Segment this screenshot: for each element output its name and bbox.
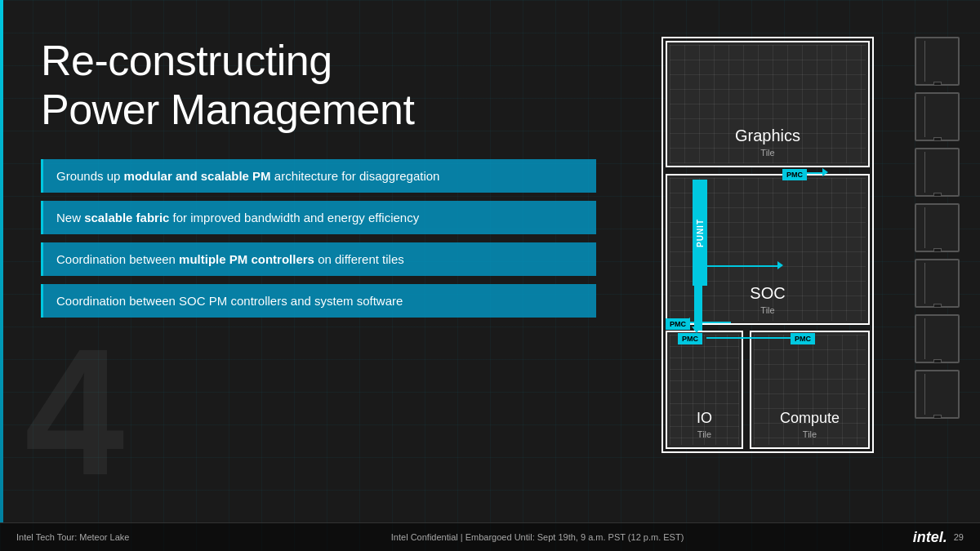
io-tile-sublabel: Tile — [667, 429, 742, 439]
title-section: Re-constructing Power Management — [41, 37, 596, 135]
graphics-tile-label: Graphics — [667, 127, 868, 145]
compute-tile-label: Compute — [751, 410, 868, 427]
connector-h2 — [706, 265, 780, 267]
connector-h4 — [706, 337, 792, 339]
memory-module-7 — [915, 370, 960, 419]
slide-title: Re-constructing Power Management — [41, 37, 596, 135]
pmc-badge-graphics: PMC — [782, 169, 807, 180]
bullet-1: Grounds up modular and scalable PM archi… — [41, 159, 596, 193]
memory-module-3 — [915, 148, 960, 197]
graphics-tile-sublabel: Tile — [667, 148, 868, 158]
bullet-4: Coordination between SOC PM controllers … — [41, 284, 596, 318]
pmc-badge-io: PMC — [678, 333, 702, 344]
arrow-down-1 — [692, 327, 702, 333]
bullets-section: Grounds up modular and scalable PM archi… — [41, 159, 596, 326]
arrow-right-1 — [822, 168, 828, 176]
memory-module-2 — [915, 92, 960, 141]
punit-bar: PUNIT — [693, 180, 707, 286]
memory-module-4 — [915, 203, 960, 252]
compute-tile-sublabel: Tile — [751, 429, 868, 439]
pmc-badge-soc-left: PMC — [666, 318, 690, 330]
memory-modules — [911, 37, 964, 445]
slide-container: Re-constructing Power Management 4 Groun… — [0, 0, 980, 551]
arrow-right-2 — [777, 261, 783, 269]
memory-module-1 — [915, 37, 960, 86]
connector-h3 — [690, 322, 731, 323]
io-tile-label: IO — [667, 410, 742, 427]
diagram-area: Graphics Tile PMC SOC Tile PUNIT PMC — [662, 37, 890, 461]
tile-io: IO Tile — [666, 331, 743, 449]
tile-graphics: Graphics Tile — [666, 41, 870, 167]
watermark-number: 4 — [24, 322, 124, 502]
bullet-3: Coordination between multiple PM control… — [41, 242, 596, 276]
pmc-badge-compute-top: PMC — [791, 333, 815, 344]
tile-compute: Compute Tile — [750, 331, 870, 449]
punit-label: PUNIT — [696, 219, 705, 247]
bullet-2: New scalable fabric for improved bandwid… — [41, 201, 596, 234]
memory-module-6 — [915, 314, 960, 363]
connector-v1 — [694, 286, 702, 331]
memory-module-5 — [915, 259, 960, 308]
